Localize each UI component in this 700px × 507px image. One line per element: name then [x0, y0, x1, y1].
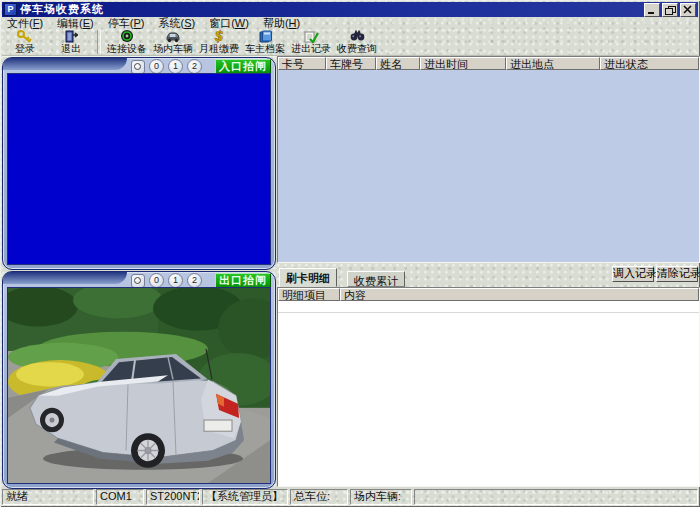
- restore-button[interactable]: [662, 3, 678, 17]
- title-bar: P 停车场收费系统: [2, 2, 698, 17]
- entrance-camera-2-button[interactable]: 2: [187, 59, 202, 74]
- col-detail-content[interactable]: 内容: [340, 288, 699, 301]
- status-device: ST200NT2: [146, 489, 200, 505]
- inside-vehicles-icon: [165, 29, 181, 43]
- tab-card-detail[interactable]: 刷卡明细: [279, 268, 337, 287]
- monthly-fee-button[interactable]: $ 月租缴费: [196, 29, 242, 55]
- entrance-camera-panel: 0 1 2 入口抬闸: [2, 57, 276, 270]
- minimize-icon: [648, 12, 654, 14]
- close-icon: [683, 5, 692, 14]
- card-detail-table: 明细项目 内容: [277, 287, 700, 487]
- status-total-spaces: 总车位:: [290, 489, 348, 505]
- owner-archive-icon: [258, 29, 273, 43]
- entrance-video-blue: [8, 74, 270, 264]
- fee-query-icon: [350, 29, 365, 43]
- detail-tab-bar: 刷卡明细 收费累计 调入记录 清除记录: [277, 263, 698, 287]
- fee-query-button[interactable]: 收费查询: [334, 29, 380, 55]
- exit-camera-header: 0 1 2 出口抬闸: [3, 272, 275, 287]
- owner-archive-button[interactable]: 车主档案: [242, 29, 288, 55]
- col-detail-item[interactable]: 明细项目: [278, 288, 340, 301]
- entrance-gate-open-button[interactable]: 入口抬闸: [215, 59, 271, 74]
- toolbar-separator: [97, 30, 101, 54]
- panel-swoosh-decor: [3, 58, 127, 70]
- status-com-port: COM1: [96, 489, 144, 505]
- app-icon: P: [4, 3, 17, 16]
- exit-icon: [64, 29, 78, 43]
- monthly-fee-icon: $: [213, 29, 225, 43]
- col-plate-number[interactable]: 车牌号: [326, 57, 376, 70]
- exit-camera-2-button[interactable]: 2: [187, 273, 202, 288]
- status-ready: 就绪: [2, 489, 94, 505]
- records-body: [278, 70, 699, 260]
- tab-fee-summary[interactable]: 收费累计: [347, 271, 405, 287]
- entrance-video-screen: [7, 73, 271, 265]
- col-card-number[interactable]: 卡号: [278, 57, 326, 70]
- detail-header-row: 明细项目 内容: [278, 288, 699, 301]
- entrance-camera-1-button[interactable]: 1: [168, 59, 183, 74]
- app-window: P 停车场收费系统 文件(F) 编辑(E) 停车(P) 系统(S) 窗口(W) …: [0, 0, 700, 507]
- panel-swoosh-decor: [3, 272, 127, 284]
- load-records-button[interactable]: 调入记录: [612, 266, 654, 282]
- toolbar: 登录 退出 连接设备 场内车辆 $ 月租缴费: [2, 29, 698, 56]
- col-inout-status[interactable]: 进出状态: [600, 57, 699, 70]
- status-inside-vehicles: 场内车辆:: [350, 489, 412, 505]
- entrance-camera-header: 0 1 2 入口抬闸: [3, 58, 275, 73]
- exit-button[interactable]: 退出: [48, 29, 94, 55]
- status-bar: 就绪 COM1 ST200NT2 【系统管理员】 总车位: 场内车辆:: [2, 489, 698, 505]
- monitor-icon: [134, 277, 141, 284]
- camera-monitor-button[interactable]: [131, 60, 145, 74]
- key-icon: [17, 29, 33, 43]
- inout-records-icon: [304, 29, 319, 43]
- records-header-row: 卡号 车牌号 姓名 进出时间 进出地点 进出状态: [278, 57, 699, 70]
- login-button[interactable]: 登录: [2, 29, 48, 55]
- exit-gate-open-button[interactable]: 出口抬闸: [215, 273, 271, 288]
- connect-device-button[interactable]: 连接设备: [104, 29, 150, 55]
- status-operator: 【系统管理员】: [202, 489, 288, 505]
- detail-empty-row: [278, 301, 699, 313]
- connect-device-icon: [120, 29, 134, 43]
- menu-bar: 文件(F) 编辑(E) 停车(P) 系统(S) 窗口(W) 帮助(H): [2, 17, 698, 29]
- inside-vehicles-button[interactable]: 场内车辆: [150, 29, 196, 55]
- exit-camera-panel: 0 1 2 出口抬闸: [2, 271, 276, 489]
- status-empty-cell: [414, 489, 698, 505]
- exit-camera-1-button[interactable]: 1: [168, 273, 183, 288]
- car-photo: [8, 288, 270, 483]
- inout-records-table: 卡号 车牌号 姓名 进出时间 进出地点 进出状态: [277, 56, 700, 263]
- inout-records-button[interactable]: 进出记录: [288, 29, 334, 55]
- clear-records-button[interactable]: 清除记录: [656, 266, 698, 282]
- exit-video-screen: [7, 287, 271, 484]
- exit-camera-0-button[interactable]: 0: [149, 273, 164, 288]
- minimize-button[interactable]: [644, 3, 660, 17]
- entrance-camera-0-button[interactable]: 0: [149, 59, 164, 74]
- close-button[interactable]: [680, 3, 696, 17]
- col-inout-time[interactable]: 进出时间: [420, 57, 506, 70]
- col-name[interactable]: 姓名: [376, 57, 420, 70]
- svg-text:$: $: [214, 29, 223, 43]
- monitor-icon: [134, 63, 141, 70]
- col-inout-place[interactable]: 进出地点: [506, 57, 600, 70]
- camera-monitor-button[interactable]: [131, 274, 145, 288]
